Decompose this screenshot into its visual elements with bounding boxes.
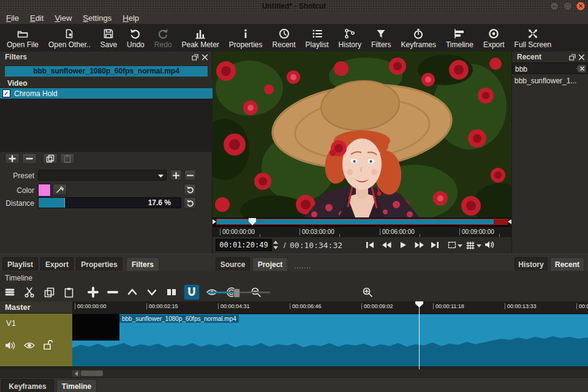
scrollbar-thumb[interactable] [81,371,103,376]
snap-toggle[interactable] [184,284,200,300]
v1-track-header[interactable]: V1 [0,314,72,366]
recent-search-input[interactable]: bbb [512,62,588,74]
zoom-fit-button[interactable] [448,241,456,249]
filter-row-chroma-hold[interactable]: ✓ Chroma Hold [0,88,213,99]
tab-timeline[interactable]: Timeline [56,379,97,392]
split-button[interactable] [164,285,179,300]
timeline-menu-button[interactable] [2,285,17,300]
playlist-button[interactable]: Playlist [304,28,331,49]
open-file-button[interactable]: Open File [5,28,40,49]
menu-edit[interactable]: Edit [30,13,43,23]
distance-reset-button[interactable] [184,197,196,209]
close-button[interactable]: ✕ [576,2,585,10]
color-picker-button[interactable] [53,184,67,195]
tab-source[interactable]: Source [216,257,250,271]
timecode-field[interactable]: 00:01:20:49 [216,239,272,251]
undock-icon[interactable] [569,54,576,61]
zoom-slider-handle[interactable] [233,288,240,298]
tab-project[interactable]: Project [252,257,288,271]
spin-up-icon[interactable] [273,241,278,244]
timeline-clip[interactable]: bbb_sunflower_1080p_60fps_normal.mp4 [72,314,588,366]
add-filter-button[interactable] [5,153,20,164]
menu-view[interactable]: View [55,13,72,23]
tab-keyframes[interactable]: Keyframes [1,379,54,392]
timeline-toolbar [2,284,586,301]
spin-down-icon[interactable] [273,246,278,249]
lock-button[interactable] [43,339,53,350]
tab-playlist[interactable]: Playlist [2,257,38,271]
volume-button[interactable] [484,240,494,249]
properties-button[interactable]: Properties [227,28,265,49]
peak-meter-button[interactable]: Peak Meter [179,28,221,49]
save-preset-button[interactable] [170,170,182,181]
in-marker-icon[interactable] [213,219,216,224]
ripple-delete-button[interactable] [105,285,120,300]
redo-button[interactable]: Redo [153,28,174,49]
lift-button[interactable] [125,285,140,300]
mute-button[interactable] [5,341,16,350]
tab-recent[interactable]: Recent [550,257,584,271]
play-button[interactable] [399,241,407,249]
color-reset-button[interactable] [184,184,196,195]
grid-caret-icon[interactable] [477,244,481,247]
recent-button[interactable]: Recent [271,28,298,49]
tab-export[interactable]: Export [40,257,74,271]
splitter-grip[interactable] [294,267,311,269]
maximize-button[interactable]: □ [564,2,572,10]
copy-button[interactable] [42,285,56,300]
rewind-button[interactable] [382,241,391,249]
overwrite-button[interactable] [145,285,159,300]
cut-button[interactable] [22,285,37,300]
preset-label: Preset [0,172,34,180]
filter-enabled-checkbox[interactable]: ✓ [2,89,10,97]
history-button[interactable]: History [337,28,363,49]
master-track-header[interactable]: Master [0,301,72,314]
clear-search-icon[interactable] [576,65,586,72]
tab-properties[interactable]: Properties [76,257,123,271]
fast-forward-button[interactable] [415,241,424,249]
menu-settings[interactable]: Settings [83,13,111,23]
distance-slider[interactable]: 17.6 % [38,197,181,208]
keyframes-button[interactable]: Keyframes [399,28,438,49]
copy-filters-button[interactable] [43,153,58,164]
scroll-left-button[interactable] [72,370,80,377]
timecode-spinner[interactable] [273,239,279,251]
skip-previous-button[interactable] [366,241,374,249]
filters-button[interactable]: Filters [369,28,393,49]
tab-history[interactable]: History [514,257,548,271]
save-button[interactable]: Save [99,28,119,49]
undo-button[interactable]: Undo [125,28,146,49]
player-scrub-bar[interactable] [213,217,511,226]
tab-filters[interactable]: Filters [126,257,159,271]
playhead-line[interactable] [419,301,420,369]
export-button[interactable]: Export [481,28,507,49]
full-screen-button[interactable]: Full Screen [513,28,554,49]
timeline-scrollbar[interactable] [0,369,588,377]
hide-button[interactable] [23,341,36,350]
append-button[interactable] [86,285,100,300]
skip-next-button[interactable] [431,241,439,249]
zoom-in-button[interactable] [360,285,375,300]
delete-preset-button[interactable] [184,170,196,181]
remove-filter-button[interactable] [22,153,37,164]
open-other-button[interactable]: Open Other.. [47,28,92,49]
menu-file[interactable]: File [6,13,19,23]
zoom-slider[interactable] [208,292,270,293]
video-preview[interactable] [213,51,511,217]
timeline-ruler[interactable]: 00:00:00:00 00:00:02:15 00:00:04:31 00:0… [72,301,588,314]
filters-panel: Filters bbb_sunflower_1080p_60fps_normal… [0,51,213,254]
close-panel-icon[interactable] [578,54,585,61]
zoom-fit-caret-icon[interactable] [458,244,462,247]
minimize-button[interactable]: – [550,2,559,10]
recent-list-item[interactable]: bbb_sunflower_1... [512,75,588,86]
undock-icon[interactable] [192,54,198,61]
grid-button[interactable] [466,241,475,249]
color-swatch[interactable] [38,184,51,197]
menu-help[interactable]: Help [123,13,139,23]
preset-select[interactable] [38,170,167,181]
close-panel-icon[interactable] [202,54,208,61]
player-ruler[interactable]: 00:00:00:00 00:03:00:00 00:06:00:00 00:0… [213,226,511,237]
paste-button[interactable] [61,285,76,300]
paste-filters-button[interactable] [60,153,75,164]
timeline-button[interactable]: Timeline [444,28,475,49]
